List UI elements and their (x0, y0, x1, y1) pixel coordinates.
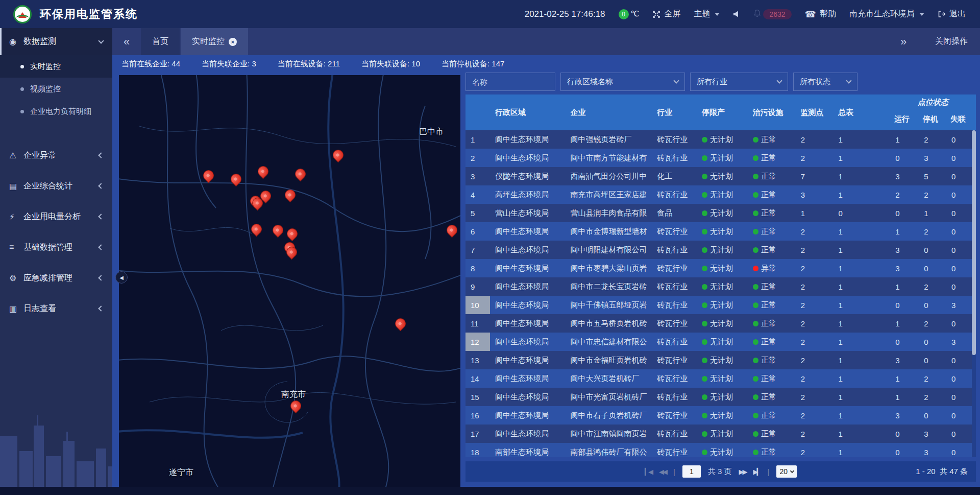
stats-icon: ▤ (9, 181, 20, 191)
facility-status-dot (753, 302, 758, 308)
limit-status-dot (702, 376, 707, 382)
sidebar-group[interactable]: ≡ 基础数据管理 (0, 232, 112, 263)
page-prev-button[interactable]: ◀◀ (659, 468, 666, 476)
bullet-icon (20, 87, 24, 91)
sidebar-group[interactable]: ▥ 日志查看 (0, 293, 112, 324)
table-row[interactable]: 17 阆中生态环境局 阆中市江南镇阆南页岩 砖瓦行业 无计划 正常 2 1 0 … (465, 425, 976, 443)
table-row[interactable]: 5 营山生态环境局 营山县润丰肉食品有限 食品 无计划 正常 1 0 0 1 0 (465, 204, 976, 222)
table-row[interactable]: 11 阆中生态环境局 阆中市五马桥页岩机砖 砖瓦行业 无计划 正常 2 1 1 … (465, 314, 976, 333)
table-row[interactable]: 9 阆中生态环境局 阆中市二龙长宝页岩砖 砖瓦行业 无计划 正常 2 1 1 2… (465, 277, 976, 296)
help-button[interactable]: ☎ 帮助 (805, 9, 836, 20)
temperature: 0 ℃ (619, 9, 640, 19)
mute-button[interactable] (733, 10, 740, 18)
theme-dropdown[interactable]: 主题 (694, 9, 720, 19)
tab[interactable]: 实时监控 × (181, 28, 248, 55)
chevron-icon (98, 183, 104, 188)
table-row[interactable]: 15 阆中生态环境局 阆中市光富页岩机砖厂 砖瓦行业 无计划 正常 2 1 1 … (465, 388, 976, 406)
sidebar-group[interactable]: ◉ 数据监测 (0, 28, 112, 55)
fullscreen-button[interactable]: 全屏 (652, 9, 680, 19)
limit-status-dot (702, 339, 707, 345)
col-header-stop: 停机 (919, 114, 946, 124)
chevron-down-icon (846, 78, 851, 83)
notification-button[interactable]: 2632 (753, 9, 791, 19)
close-operations-button[interactable]: 关闭操作 (935, 36, 968, 47)
pagination-range: 1 - 20 共 47 条 (916, 467, 968, 477)
region-select[interactable]: 行政区域名称 (560, 73, 685, 91)
map-city-label: 巴中市 (419, 127, 444, 137)
sidebar-subitem[interactable]: 企业电力负荷明细 (0, 100, 112, 123)
limit-status-dot (702, 155, 707, 161)
org-dropdown[interactable]: 南充市生态环境局 (849, 9, 924, 19)
page-first-button[interactable]: ▎◀ (645, 468, 652, 476)
stat-item: 当前在线企业: 44 (121, 59, 180, 69)
app-logo-icon (13, 5, 32, 23)
table-row[interactable]: 14 阆中生态环境局 阆中大兴页岩机砖厂 砖瓦行业 无计划 正常 2 1 1 2… (465, 369, 976, 388)
limit-status-dot (702, 192, 707, 198)
facility-status-dot (753, 358, 758, 363)
logout-icon (938, 10, 946, 18)
table-scrollbar[interactable] (972, 130, 976, 457)
sidebar-group[interactable]: ⚠ 企业异常 (0, 140, 112, 171)
table-row[interactable]: 3 仪陇生态环境局 西南油气田分公司川中 化工 无计划 正常 7 1 3 5 0 (465, 167, 976, 185)
col-group-point-status: 点位状态 运行 停机 失联 (890, 95, 976, 130)
skyline-decoration (0, 390, 112, 487)
facility-status-dot (753, 174, 758, 179)
stats-row: 当前在线企业: 44 当前失联企业: 3 当前在线设备: 211 当前失联设备:… (121, 55, 504, 73)
chevron-down-icon (715, 13, 720, 16)
table-row[interactable]: 2 阆中生态环境局 阆中市南方节能建材有 砖瓦行业 无计划 正常 2 1 0 3… (465, 149, 976, 167)
name-search-input[interactable] (465, 73, 555, 91)
col-header-lost: 失联 (946, 114, 976, 124)
limit-status-dot (702, 450, 707, 455)
table-row[interactable]: 7 阆中生态环境局 阆中明阳建材有限公司 砖瓦行业 无计划 正常 2 1 3 0… (465, 241, 976, 259)
page-size-select[interactable]: 20 (776, 465, 797, 478)
sidebar-group[interactable]: ▤ 企业综合统计 (0, 171, 112, 201)
tabs-scroll-right-button[interactable]: » (889, 35, 918, 49)
tab[interactable]: 首页 (141, 28, 180, 55)
tab-bar: « 首页 实时监控 × » 关闭操作 (112, 28, 980, 55)
table-row[interactable]: 10 阆中生态环境局 阆中千佛镇五郎垭页岩 砖瓦行业 无计划 正常 2 1 0 … (465, 296, 976, 314)
speaker-muted-icon (733, 10, 740, 18)
limit-status-dot (702, 358, 707, 363)
pagination-bar: ▎◀ ◀◀ | 1 共 3 页 ▶▶ ▶▎ | 20 1 - 20 共 47 条 (465, 461, 976, 482)
filter-bar: 行政区域名称 所有行业 所有状态 (465, 73, 976, 91)
table-row[interactable]: 1 阆中生态环境局 阆中强锐页岩砖厂 砖瓦行业 无计划 正常 2 1 1 2 0 (465, 130, 976, 149)
facility-status-dot (753, 376, 758, 382)
chevron-icon (98, 152, 104, 158)
sidebar-group[interactable]: ⚡ 企业用电量分析 (0, 201, 112, 232)
table-row[interactable]: 12 阆中生态环境局 阆中市忠信建材有限公 砖瓦行业 无计划 正常 2 1 0 … (465, 333, 976, 351)
facility-status-dot (753, 155, 758, 161)
alert-icon: ⚠ (9, 151, 20, 160)
table-row[interactable]: 6 阆中生态环境局 阆中市金博瑞新型墙材 砖瓦行业 无计划 正常 2 1 1 2… (465, 222, 976, 241)
page-next-button[interactable]: ▶▶ (739, 468, 746, 476)
name-search-input-field[interactable] (472, 78, 549, 86)
stat-item: 当前在线设备: 211 (278, 59, 340, 69)
tab-close-icon[interactable]: × (229, 38, 237, 46)
tabs-scroll-left-button[interactable]: « (112, 28, 141, 55)
power-chart-icon: ⚡ (9, 212, 20, 222)
facility-status-dot (753, 413, 758, 418)
bullet-icon (20, 65, 24, 68)
logout-button[interactable]: 退出 (938, 9, 966, 19)
chevron-icon (98, 305, 104, 311)
table-row[interactable]: 16 阆中生态环境局 阆中市石子页岩机砖厂 砖瓦行业 无计划 正常 2 1 3 … (465, 406, 976, 425)
bell-icon (753, 9, 761, 19)
sidebar-subitem[interactable]: 实时监控 (0, 55, 112, 78)
facility-status-dot (753, 229, 758, 234)
table-row[interactable]: 18 南部生态环境局 南部县鸿伟砖厂有限公 砖瓦行业 无计划 正常 2 1 0 … (465, 443, 976, 457)
limit-status-dot (702, 266, 707, 271)
map-panel[interactable]: 巴中市南充市遂宁市 (119, 75, 460, 487)
page-last-button[interactable]: ▶▎ (753, 468, 761, 476)
table-row[interactable]: 8 阆中生态环境局 阆中市枣碧大梁山页岩 砖瓦行业 无计划 异常 2 1 3 0… (465, 259, 976, 277)
monitor-panel: 行政区域名称 所有行业 所有状态 行政区域 企业 行业 (465, 73, 976, 482)
sidebar-subitem[interactable]: 视频监控 (0, 78, 112, 100)
table-row[interactable]: 13 阆中生态环境局 阆中市金福旺页岩机砖 砖瓦行业 无计划 正常 2 1 3 … (465, 351, 976, 369)
sidebar-group[interactable]: ⚙ 应急减排管理 (0, 263, 112, 293)
table-body: 1 阆中生态环境局 阆中强锐页岩砖厂 砖瓦行业 无计划 正常 2 1 1 2 0… (465, 130, 976, 457)
page-number-input[interactable]: 1 (682, 465, 701, 478)
limit-status-dot (702, 431, 707, 437)
status-select[interactable]: 所有状态 (793, 73, 857, 91)
industry-select[interactable]: 所有行业 (690, 73, 788, 91)
notification-count-badge: 2632 (763, 9, 791, 19)
map-collapse-button[interactable]: ◀ (115, 271, 128, 284)
table-row[interactable]: 4 高坪生态环境局 南充市高坪区王家店建 砖瓦行业 无计划 正常 3 1 2 2… (465, 185, 976, 204)
